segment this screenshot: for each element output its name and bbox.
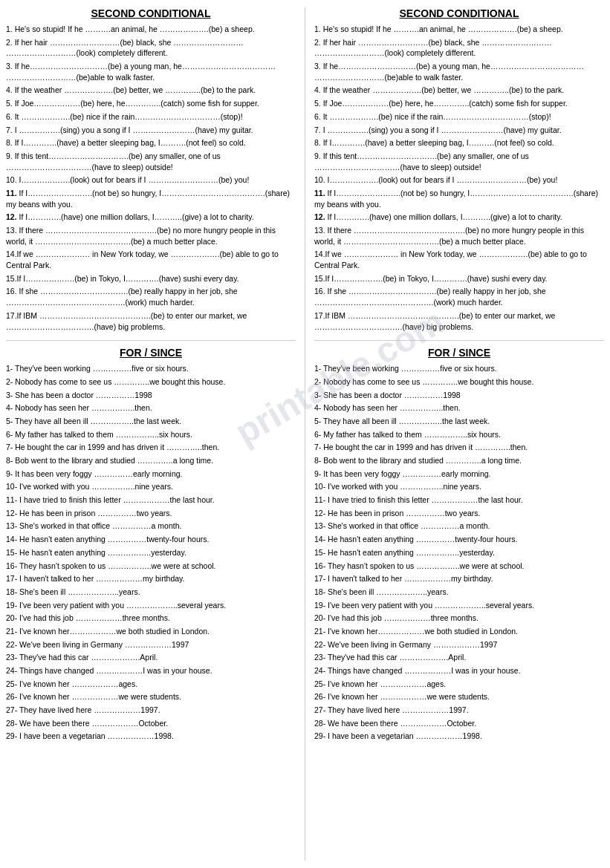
list-item: 5. If Joe………………(be) here, he…………..(catch… xyxy=(6,98,296,109)
list-item: 3- She has been a doctor ……………1998 xyxy=(6,390,296,401)
list-item: 16- They hasn't spoken to us ……………..we w… xyxy=(6,561,296,572)
list-item: 14- He hasn't eaten anything ……………twenty… xyxy=(314,534,604,545)
list-item: 18- She's been ill ………………..years. xyxy=(6,587,296,598)
list-item: 6. It ……………….(be) nice if the rain………………… xyxy=(314,111,604,123)
list-item: 17.If IBM …………………………………….(be) to enter o… xyxy=(6,310,296,332)
list-item: 10- I've worked with you ……………..nine yea… xyxy=(6,481,296,492)
list-item: 9. If this tent………………………….(be) any small… xyxy=(6,151,296,172)
list-item: 11- I have tried to finish this letter …… xyxy=(314,495,604,506)
list-item: 23- They've had this car ……………….April. xyxy=(6,652,296,663)
list-item: 14- He hasn't eaten anything ……………twenty… xyxy=(6,534,296,545)
list-item: 4- Nobody has seen her ……………..then. xyxy=(314,402,604,414)
list-item: 7- He bought the car in 1999 and has dri… xyxy=(314,442,604,453)
list-item: 16. If she …………………………….(be) really happy… xyxy=(314,286,604,307)
list-item: 17- I haven't talked to her ………………my bir… xyxy=(6,573,296,584)
list-item: 9- It has been very foggy ……………early mor… xyxy=(314,469,604,480)
list-item: 15- He hasn't eaten anything ……………..yest… xyxy=(314,547,604,558)
list-item: 10- I've worked with you ……………..nine yea… xyxy=(314,481,604,492)
list-item: 17- I haven't talked to her ………………my bir… xyxy=(314,573,604,584)
list-item: 7. I …………….(sing) you a song if I ………………… xyxy=(314,125,604,136)
list-item: 9. If this tent………………………….(be) any small… xyxy=(314,151,604,172)
list-item: 25- I've known her ………………ages. xyxy=(314,679,604,690)
list-item: 14.If we ………………… in New York today, we …… xyxy=(314,249,604,270)
list-item: 10. I……………….(look) out for bears if I ……… xyxy=(314,174,604,186)
list-item: 8- Bob went to the library and studied …… xyxy=(314,455,604,466)
left-divider xyxy=(6,340,296,341)
right-section2-list: 1- They've been working ……………five or six… xyxy=(314,363,604,744)
list-item: 11. If I…………………….(not be) so hungry, I……… xyxy=(6,188,296,209)
list-item: 8- Bob went to the library and studied …… xyxy=(6,455,296,466)
list-item: 7- He bought the car in 1999 and has dri… xyxy=(6,442,296,453)
list-item: 12- He has been in prison ……………two years… xyxy=(6,508,296,519)
list-item: 24- Things have changed ………………I was in y… xyxy=(6,665,296,676)
list-item: 15.If I……………….(be) in Tokyo, I………….(have… xyxy=(314,273,604,284)
list-item: 20- I've had this job ………………three months… xyxy=(314,613,604,624)
list-item: 1. He's so stupid! If he ……….an animal, … xyxy=(314,24,604,35)
list-item: 22- We've been living in Germany ………………1… xyxy=(314,639,604,650)
list-item: 13. If there …………………………………….(be) no more… xyxy=(314,225,604,247)
left-section1-title: SECOND CONDITIONAL xyxy=(6,7,296,19)
list-item: 27- They have lived here ………………1997. xyxy=(314,705,604,716)
right-divider xyxy=(314,340,604,341)
right-section1-list: 1. He's so stupid! If he ……….an animal, … xyxy=(314,24,604,334)
list-item: 10. I……………….(look) out for bears if I ……… xyxy=(6,174,296,186)
list-item: 14.If we ………………… in New York today, we …… xyxy=(6,249,296,270)
list-item: 24- Things have changed ………………I was in y… xyxy=(314,665,604,676)
list-item: 13- She's worked in that office ……………a m… xyxy=(6,521,296,532)
list-item: 8. If I………….(have) a better sleeping bag… xyxy=(314,137,604,149)
list-item: 16- They hasn't spoken to us ……………..we w… xyxy=(314,561,604,572)
list-item: 4. If the weather ……………….(be) better, we… xyxy=(314,85,604,96)
list-item: 15- He hasn't eaten anything ……………..yest… xyxy=(6,547,296,558)
list-item: 29- I have been a vegetarian ………………1998. xyxy=(314,731,604,742)
list-item: 5- They have all been ill ……………..the las… xyxy=(314,416,604,427)
list-item: 4- Nobody has seen her ……………..then. xyxy=(6,402,296,414)
list-item: 21- I've known her………………we both studied … xyxy=(314,626,604,637)
list-item: 12- He has been in prison ……………two years… xyxy=(314,508,604,519)
left-section1-list: 1. He's so stupid! If he ……….an animal, … xyxy=(6,24,296,334)
list-item: 11. If I…………………….(not be) so hungry, I……… xyxy=(314,188,604,209)
list-item: 15.If I……………….(be) in Tokyo, I………….(have… xyxy=(6,273,296,284)
list-item: 13. If there …………………………………….(be) no more… xyxy=(6,225,296,247)
list-item: 3- She has been a doctor ……………1998 xyxy=(314,390,604,401)
list-item: 5- They have all been ill ……………..the las… xyxy=(6,416,296,427)
list-item: 29- I have been a vegetarian ………………1998. xyxy=(6,731,296,742)
list-item: 16. If she …………………………….(be) really happy… xyxy=(6,286,296,307)
list-item: 20- I've had this job ………………three months… xyxy=(6,613,296,624)
list-item: 1- They've been working ……………five or six… xyxy=(314,363,604,374)
list-item: 8. If I………….(have) a better sleeping bag… xyxy=(6,137,296,149)
left-column: SECOND CONDITIONAL 1. He's so stupid! If… xyxy=(6,7,296,861)
right-section1-title: SECOND CONDITIONAL xyxy=(314,7,604,19)
list-item: 25- I've known her ………………ages. xyxy=(6,679,296,690)
list-item: 2- Nobody has come to see us …………..we bo… xyxy=(6,376,296,388)
list-item: 21- I've known her………………we both studied … xyxy=(6,626,296,637)
list-item: 28- We have been there ………………October. xyxy=(6,718,296,729)
list-item: 17.If IBM …………………………………….(be) to enter o… xyxy=(314,310,604,332)
page: SECOND CONDITIONAL 1. He's so stupid! If… xyxy=(0,0,610,868)
list-item: 4. If the weather ……………….(be) better, we… xyxy=(6,85,296,96)
list-item: 7. I …………….(sing) you a song if I ………………… xyxy=(6,125,296,136)
list-item: 2. If her hair ………………………(be) black, she … xyxy=(6,37,296,59)
list-item: 22- We've been living in Germany ………………1… xyxy=(6,639,296,650)
list-item: 9- It has been very foggy ……………early mor… xyxy=(6,469,296,480)
list-item: 18- She's been ill ………………..years. xyxy=(314,587,604,598)
list-item: 19- I've been very patient with you …………… xyxy=(6,600,296,611)
list-item: 26- I've known her ………………we were student… xyxy=(314,691,604,702)
list-item: 13- She's worked in that office ……………a m… xyxy=(314,521,604,532)
list-item: 3. If he…………………………(be) a young man, he……… xyxy=(314,61,604,82)
list-item: 1. He's so stupid! If he ……….an animal, … xyxy=(6,24,296,35)
list-item: 6. It ……………….(be) nice if the rain………………… xyxy=(6,111,296,123)
list-item: 2- Nobody has come to see us …………..we bo… xyxy=(314,376,604,388)
list-item: 6- My father has talked to them ……………..s… xyxy=(6,429,296,440)
list-item: 26- I've known her ………………we were student… xyxy=(6,691,296,702)
list-item: 12. If I………….(have) one million dollars,… xyxy=(314,212,604,223)
list-item: 6- My father has talked to them ……………..s… xyxy=(314,429,604,440)
list-item: 27- They have lived here ………………1997. xyxy=(6,705,296,716)
list-item: 12. If I………….(have) one million dollars,… xyxy=(6,212,296,223)
list-item: 2. If her hair ………………………(be) black, she … xyxy=(314,37,604,59)
right-section2-title: FOR / SINCE xyxy=(314,347,604,359)
left-section2-list: 1- They've been working ……………five or six… xyxy=(6,363,296,744)
list-item: 28- We have been there ………………October. xyxy=(314,718,604,729)
list-item: 3. If he…………………………(be) a young man, he……… xyxy=(6,61,296,82)
list-item: 19- I've been very patient with you …………… xyxy=(314,600,604,611)
list-item: 5. If Joe………………(be) here, he…………..(catch… xyxy=(314,98,604,109)
